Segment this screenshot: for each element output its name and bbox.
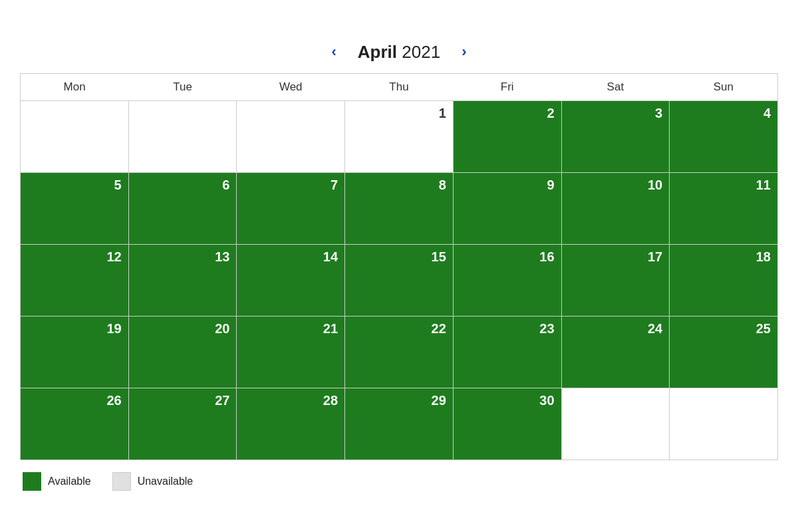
calendar-cell xyxy=(670,388,778,460)
cell-date-number: 12 xyxy=(106,250,121,263)
weekday-header-row: MonTueWedThuFriSatSun xyxy=(21,73,778,100)
calendar-cell[interactable]: 29 xyxy=(345,388,454,460)
unavailable-swatch xyxy=(112,472,131,491)
calendar-cell[interactable]: 28 xyxy=(237,388,345,460)
calendar-week-row: 19202122232425 xyxy=(21,316,778,388)
calendar-cell xyxy=(128,100,237,172)
calendar-cell[interactable]: 12 xyxy=(21,244,129,316)
cell-date-number: 16 xyxy=(539,250,554,263)
cell-date-number: 10 xyxy=(648,178,662,192)
cell-date-number: 30 xyxy=(539,394,554,407)
calendar-cell[interactable]: 30 xyxy=(453,388,561,460)
weekday-header-fri: Fri xyxy=(453,73,561,100)
calendar-cell[interactable]: 4 xyxy=(670,100,778,172)
cell-date-number: 5 xyxy=(114,178,122,192)
year-value: 2021 xyxy=(402,42,440,62)
cell-date-number: 4 xyxy=(763,106,771,120)
calendar-cell[interactable]: 15 xyxy=(345,244,454,316)
calendar-cell[interactable]: 25 xyxy=(670,316,778,388)
calendar-cell[interactable]: 11 xyxy=(670,172,778,244)
calendar-header: ‹ April 2021 › xyxy=(20,42,778,63)
cell-date-number: 22 xyxy=(432,322,446,335)
cell-date-number: 20 xyxy=(215,322,229,335)
cell-date-number: 6 xyxy=(222,178,229,192)
cell-date-number: 1 xyxy=(439,106,446,120)
cell-date-number: 25 xyxy=(756,322,771,335)
calendar-cell[interactable]: 17 xyxy=(561,244,670,316)
cell-date-number: 7 xyxy=(331,178,338,192)
calendar-grid: MonTueWedThuFriSatSun 123456789101112131… xyxy=(20,73,778,460)
calendar-week-row: 1234 xyxy=(21,100,778,172)
cell-date-number: 28 xyxy=(323,394,338,407)
available-label: Available xyxy=(48,475,91,487)
unavailable-label: Unavailable xyxy=(138,475,194,487)
weekday-header-thu: Thu xyxy=(345,73,454,100)
calendar-cell[interactable]: 19 xyxy=(21,316,129,388)
cell-date-number: 21 xyxy=(323,322,338,335)
calendar-cell[interactable]: 21 xyxy=(237,316,345,388)
calendar-cell[interactable]: 1 xyxy=(345,100,454,172)
cell-date-number: 27 xyxy=(215,394,229,407)
cell-date-number: 13 xyxy=(215,250,229,263)
calendar-cell[interactable]: 13 xyxy=(128,244,237,316)
calendar-cell[interactable]: 5 xyxy=(21,172,129,244)
weekday-header-mon: Mon xyxy=(21,73,129,100)
weekday-header-sun: Sun xyxy=(670,73,778,100)
cell-date-number: 29 xyxy=(432,394,446,407)
calendar-cell[interactable]: 2 xyxy=(453,100,561,172)
cell-date-number: 11 xyxy=(756,178,771,192)
calendar-cell[interactable]: 24 xyxy=(561,316,670,388)
calendar-cell[interactable]: 23 xyxy=(453,316,561,388)
calendar-legend: Available Unavailable xyxy=(20,472,778,491)
calendar-cell[interactable]: 14 xyxy=(237,244,345,316)
calendar-cell[interactable]: 3 xyxy=(561,100,670,172)
calendar-cell[interactable]: 9 xyxy=(453,172,561,244)
prev-month-button[interactable]: ‹ xyxy=(327,42,342,62)
calendar-cell xyxy=(237,100,345,172)
calendar-cell[interactable]: 22 xyxy=(345,316,454,388)
cell-date-number: 15 xyxy=(432,250,446,263)
available-swatch xyxy=(23,472,41,491)
calendar-cell[interactable]: 10 xyxy=(561,172,670,244)
legend-unavailable: Unavailable xyxy=(112,472,194,491)
cell-date-number: 8 xyxy=(439,178,446,192)
calendar-cell[interactable]: 8 xyxy=(345,172,454,244)
calendar-cell[interactable]: 26 xyxy=(21,388,129,460)
cell-date-number: 14 xyxy=(323,250,338,263)
calendar-cell[interactable]: 6 xyxy=(128,172,237,244)
cell-date-number: 3 xyxy=(655,106,662,120)
calendar-week-row: 567891011 xyxy=(21,172,778,244)
cell-date-number: 23 xyxy=(539,322,554,335)
cell-date-number: 2 xyxy=(547,106,554,120)
cell-date-number: 9 xyxy=(547,178,554,192)
cell-date-number: 26 xyxy=(106,394,121,407)
cell-date-number: 24 xyxy=(648,322,662,335)
calendar-container: ‹ April 2021 › MonTueWedThuFriSatSun 123… xyxy=(20,42,778,491)
calendar-cell[interactable]: 27 xyxy=(128,388,237,460)
calendar-cell[interactable]: 7 xyxy=(237,172,345,244)
weekday-header-sat: Sat xyxy=(561,73,670,100)
legend-available: Available xyxy=(23,472,91,491)
cell-date-number: 17 xyxy=(648,250,662,263)
weekday-header-tue: Tue xyxy=(128,73,237,100)
calendar-cell xyxy=(21,100,129,172)
calendar-cell[interactable]: 20 xyxy=(128,316,237,388)
calendar-cell xyxy=(561,388,670,460)
calendar-cell[interactable]: 16 xyxy=(453,244,561,316)
calendar-week-row: 12131415161718 xyxy=(21,244,778,316)
cell-date-number: 18 xyxy=(756,250,771,263)
cell-date-number: 19 xyxy=(106,322,121,335)
calendar-cell[interactable]: 18 xyxy=(670,244,778,316)
month-label: April xyxy=(358,42,397,62)
next-month-button[interactable]: › xyxy=(456,42,471,62)
month-year-label: April 2021 xyxy=(358,42,440,63)
weekday-header-wed: Wed xyxy=(237,73,345,100)
calendar-week-row: 2627282930 xyxy=(21,388,778,460)
